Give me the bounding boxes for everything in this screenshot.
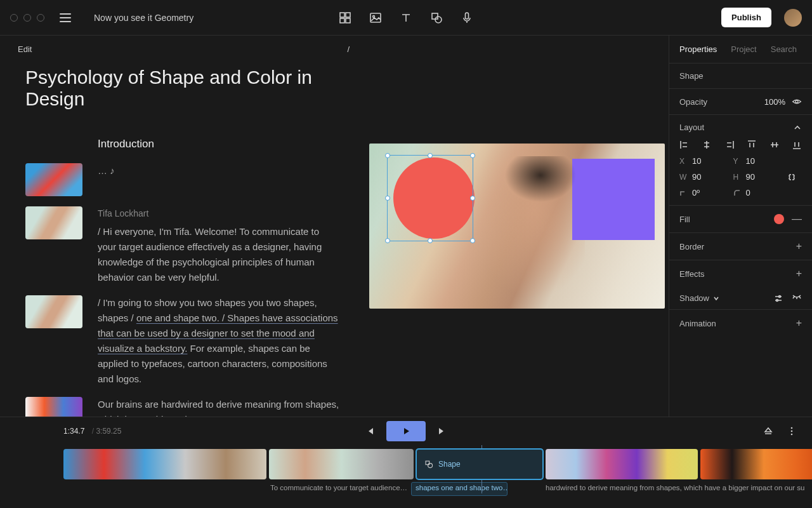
- microphone-icon[interactable]: [461, 11, 473, 24]
- image-icon[interactable]: [369, 11, 382, 24]
- timeline-clip[interactable]: [546, 449, 698, 479]
- align-left-icon[interactable]: [679, 140, 690, 150]
- more-options-icon[interactable]: [787, 426, 797, 436]
- align-right-icon[interactable]: [724, 140, 735, 150]
- fill-color-swatch[interactable]: [774, 214, 784, 224]
- add-effect-icon[interactable]: +: [796, 268, 802, 279]
- svg-point-10: [796, 100, 798, 103]
- opacity-value[interactable]: 100%: [764, 97, 785, 107]
- publish-button[interactable]: Publish: [721, 8, 771, 27]
- caption-track: To communicate to your target audience… …: [63, 482, 812, 496]
- link-dimensions-icon[interactable]: [787, 173, 797, 181]
- panel-tabs: Properties Project Search: [669, 36, 812, 63]
- fill-label: Fill: [679, 215, 690, 224]
- shape-icon[interactable]: [430, 11, 443, 24]
- speaker-label: Tifa Lockhart: [98, 206, 339, 220]
- maximize-window-icon[interactable]: [37, 14, 44, 22]
- transport-bar: 1:34.7 / 3:59.25: [0, 417, 812, 445]
- clip-thumbnail[interactable]: [25, 397, 82, 417]
- text-icon[interactable]: [400, 11, 412, 24]
- slash-command-hint[interactable]: /: [347, 44, 350, 54]
- editor-content[interactable]: Psychology of Shape and Color in Design …: [0, 54, 365, 417]
- selection-box[interactable]: [387, 155, 473, 241]
- top-bar: Now you see it Geometry Publish: [0, 0, 812, 36]
- timeline-clip[interactable]: [700, 449, 812, 479]
- minimize-window-icon[interactable]: [23, 14, 31, 22]
- timecode: 1:34.7 / 3:59.25: [63, 427, 121, 436]
- play-button[interactable]: [386, 421, 426, 441]
- script-row: Our brains are hardwired to derive meani…: [25, 397, 339, 417]
- skip-forward-icon[interactable]: [437, 426, 447, 436]
- layout-grid-icon[interactable]: [339, 11, 351, 24]
- skip-back-icon[interactable]: [365, 426, 375, 436]
- shape-label: Shape: [679, 71, 704, 81]
- shape-clip-label: Shape: [438, 460, 461, 469]
- menu-icon[interactable]: [60, 13, 71, 22]
- chevron-up-icon[interactable]: [793, 123, 802, 132]
- caption-segment[interactable]: [63, 482, 266, 496]
- transcript-text[interactable]: / Hi everyone, I'm Tifa. Welcome! To com…: [98, 226, 322, 283]
- script-row: / I'm going to show you two shapes you t…: [25, 295, 339, 387]
- document-title[interactable]: Now you see it Geometry: [94, 13, 193, 23]
- clip-thumbnail[interactable]: [25, 295, 82, 328]
- x-input[interactable]: X10: [679, 156, 726, 166]
- user-avatar[interactable]: [784, 9, 802, 27]
- main-area: Edit / Psychology of Shape and Color in …: [0, 36, 812, 417]
- caption-segment-selected[interactable]: shapes one and shape two…: [411, 482, 508, 496]
- border-section: Border +: [669, 232, 812, 260]
- edit-tab[interactable]: Edit: [18, 44, 32, 54]
- canvas-pane[interactable]: [365, 36, 669, 417]
- timeline-shape-clip[interactable]: Shape: [416, 449, 543, 479]
- effect-hidden-icon[interactable]: [792, 294, 802, 300]
- eject-icon[interactable]: [763, 425, 774, 437]
- tab-project[interactable]: Project: [731, 44, 756, 54]
- video-track: Shape: [63, 449, 812, 479]
- window-controls: [10, 14, 44, 22]
- chevron-down-icon[interactable]: [713, 295, 719, 302]
- width-input[interactable]: W90: [679, 172, 726, 182]
- timeline[interactable]: Shape To communicate to your target audi…: [0, 445, 812, 500]
- pause-marker: … ♪: [98, 165, 115, 176]
- caption-segment[interactable]: hardwired to derive meaning from shapes,…: [542, 482, 812, 496]
- rotation-input[interactable]: 0º: [679, 188, 726, 197]
- align-bottom-icon[interactable]: [792, 140, 802, 150]
- y-input[interactable]: Y10: [733, 156, 780, 166]
- toolbar-right: Publish: [696, 8, 802, 27]
- transcript-text[interactable]: / I'm going to show you two shapes you t…: [98, 297, 338, 384]
- transcript-text[interactable]: Our brains are hardwired to derive meani…: [98, 399, 339, 417]
- editor-header: Edit /: [0, 36, 365, 54]
- shape-icon: [424, 460, 433, 469]
- svg-rect-1: [346, 13, 350, 17]
- add-animation-icon[interactable]: +: [796, 318, 802, 329]
- current-time[interactable]: 1:34.7: [63, 427, 84, 436]
- clip-thumbnail[interactable]: [25, 163, 82, 196]
- svg-rect-2: [340, 18, 344, 23]
- effect-settings-icon[interactable]: [774, 294, 783, 303]
- close-window-icon[interactable]: [10, 14, 18, 22]
- add-border-icon[interactable]: +: [796, 241, 802, 252]
- align-center-v-icon[interactable]: [769, 140, 780, 150]
- svg-rect-0: [340, 13, 344, 17]
- timeline-clip[interactable]: [269, 449, 414, 479]
- svg-rect-3: [346, 18, 350, 23]
- clip-thumbnail[interactable]: [25, 206, 82, 239]
- align-top-icon[interactable]: [747, 140, 757, 150]
- toolbar-center: [339, 11, 473, 24]
- square-shape[interactable]: [572, 159, 655, 240]
- remove-fill-icon[interactable]: —: [792, 213, 802, 225]
- visibility-icon[interactable]: [792, 97, 802, 107]
- align-center-h-icon[interactable]: [702, 140, 712, 150]
- height-input[interactable]: H90: [733, 172, 780, 182]
- shadow-effect-row[interactable]: Shadow: [669, 287, 812, 303]
- animation-label: Animation: [679, 319, 716, 328]
- caption-segment[interactable]: To communicate to your target audience…: [266, 482, 411, 496]
- tab-search[interactable]: Search: [771, 44, 797, 54]
- corner-radius-input[interactable]: 0: [733, 188, 780, 197]
- svg-point-13: [791, 427, 793, 429]
- effects-label: Effects: [679, 269, 705, 279]
- tab-properties[interactable]: Properties: [679, 44, 717, 54]
- caption-segment[interactable]: [508, 482, 542, 496]
- bottom-panel: 1:34.7 / 3:59.25 Shape: [0, 417, 812, 508]
- video-preview[interactable]: [369, 144, 665, 309]
- timeline-clip[interactable]: [63, 449, 266, 479]
